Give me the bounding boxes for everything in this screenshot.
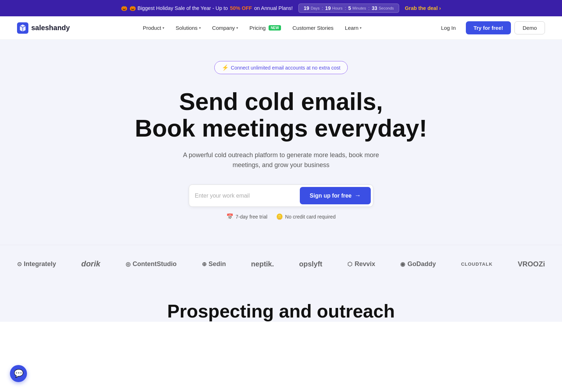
logo-neptik: neptik. <box>251 260 274 268</box>
integrately-text: Integrately <box>24 260 56 268</box>
trust-no-cc-text: No credit card required <box>285 214 336 220</box>
nav-pricing-label: Pricing <box>249 25 266 31</box>
days-value: 19 <box>304 5 309 11</box>
neptik-text: neptik. <box>251 260 274 268</box>
company-chevron-icon: ▾ <box>236 26 238 30</box>
logo-revvix: ⬡ Revvix <box>347 260 375 268</box>
grab-deal-label: Grab the deal <box>405 5 438 11</box>
logo-sedin: ⊕ Sedin <box>202 260 226 268</box>
hours-label: Hours <box>332 6 342 10</box>
nav-item-pricing[interactable]: Pricing NEW <box>244 22 286 34</box>
trust-trial-text: 7-day free trial <box>236 214 267 220</box>
banner-text: 🎃 🎃 Biggest Holiday Sale of the Year - U… <box>121 5 293 11</box>
days-label: Days <box>311 6 320 10</box>
navbar-nav: Product ▾ Solutions ▾ Company ▾ Pricing … <box>138 22 367 34</box>
logo-godaddy: ◉ GoDaddy <box>400 260 436 268</box>
trust-item-trial: 📅 7-day free trial <box>226 213 267 220</box>
nav-company-label: Company <box>212 25 235 31</box>
navbar-actions: Log In Try for free! Demo <box>435 21 545 34</box>
signup-button[interactable]: Sign up for free → <box>300 187 371 204</box>
logo-vroozi: VROOZi <box>518 260 545 268</box>
headline-line2: Book meetings everyday! <box>135 115 427 142</box>
bottom-teaser: Prospecting and outreach <box>0 283 562 322</box>
try-free-button[interactable]: Try for free! <box>466 21 511 34</box>
nav-item-solutions[interactable]: Solutions ▾ <box>171 22 206 34</box>
learn-chevron-icon: ▾ <box>360 26 362 30</box>
grab-deal-arrow: › <box>439 5 441 11</box>
navbar: saleshandy Product ▾ Solutions ▾ Company… <box>0 16 562 40</box>
login-button[interactable]: Log In <box>435 22 462 34</box>
integrately-symbol: ⊙ <box>17 261 22 267</box>
solutions-chevron-icon: ▾ <box>199 26 201 30</box>
contentstudio-text: ContentStudio <box>133 260 177 268</box>
minutes-label: Minutes <box>352 6 366 10</box>
hours-value: 19 <box>325 5 331 11</box>
top-banner: 🎃 🎃 Biggest Holiday Sale of the Year - U… <box>0 0 562 16</box>
dorik-text: dorik <box>81 259 100 269</box>
seconds-label: Seconds <box>379 6 394 10</box>
logos-section: ⊙ Integrately dorik ◎ ContentStudio ⊕ Se… <box>0 245 562 283</box>
trust-item-no-cc: 🪙 No credit card required <box>276 213 336 220</box>
opslyft-text: opslyft <box>299 260 323 268</box>
product-chevron-icon: ▾ <box>162 26 164 30</box>
contentstudio-symbol: ◎ <box>126 261 131 267</box>
seconds-value: 33 <box>372 5 378 11</box>
godaddy-text: GoDaddy <box>407 260 436 268</box>
logo-link[interactable]: saleshandy <box>17 22 70 34</box>
banner-discount: 50% OFF <box>230 5 252 11</box>
hero-badge[interactable]: ⚡ Connect unlimited email accounts at no… <box>214 61 348 74</box>
cloudtalk-text: CLOUDTALK <box>461 261 492 267</box>
bottom-teaser-heading: Prospecting and outreach <box>17 300 545 322</box>
badge-lightning-icon: ⚡ <box>222 64 229 71</box>
logo-dorik: dorik <box>81 259 100 269</box>
countdown-box: 19 Days : 19 Hours : 5 Minutes : 33 Seco… <box>298 4 399 13</box>
logo-cloudtalk: CLOUDTALK <box>461 261 492 267</box>
godaddy-symbol: ◉ <box>400 261 405 267</box>
demo-button[interactable]: Demo <box>514 21 545 34</box>
signup-arrow-icon: → <box>354 192 361 199</box>
sedin-symbol: ⊕ <box>202 261 206 267</box>
banner-message: 🎃 Biggest Holiday Sale of the Year - Up … <box>130 5 228 11</box>
nav-customer-stories-label: Customer Stories <box>292 25 334 31</box>
pricing-new-badge: NEW <box>269 25 281 31</box>
calendar-icon: 📅 <box>226 213 233 220</box>
vroozi-text: VROOZi <box>518 260 545 268</box>
revvix-text: Revvix <box>354 260 375 268</box>
trust-row: 📅 7-day free trial 🪙 No credit card requ… <box>226 213 336 220</box>
hero-subtext: A powerful cold outreach platform to gen… <box>175 150 387 171</box>
nav-item-learn[interactable]: Learn ▾ <box>340 22 367 34</box>
nav-item-product[interactable]: Product ▾ <box>138 22 169 34</box>
nav-learn-label: Learn <box>345 25 358 31</box>
sedin-text: Sedin <box>209 260 226 268</box>
grab-deal-link[interactable]: Grab the deal › <box>405 5 441 11</box>
nav-product-label: Product <box>143 25 161 31</box>
logo-contentstudio: ◎ ContentStudio <box>126 260 177 268</box>
hero-headline: Send cold emails, Book meetings everyday… <box>135 88 427 142</box>
credit-card-icon: 🪙 <box>276 213 283 220</box>
logo-text: saleshandy <box>31 24 70 32</box>
saleshandy-logo-icon <box>17 22 28 34</box>
email-input[interactable] <box>195 193 300 199</box>
minutes-value: 5 <box>348 5 351 11</box>
revvix-symbol: ⬡ <box>347 261 352 267</box>
headline-line1: Send cold emails, <box>179 88 383 115</box>
logo-opslyft: opslyft <box>299 260 323 268</box>
nav-item-company[interactable]: Company ▾ <box>207 22 243 34</box>
banner-message-after: on Annual Plans! <box>254 5 293 11</box>
signup-label: Sign up for free <box>310 193 352 199</box>
nav-solutions-label: Solutions <box>176 25 198 31</box>
logos-row: ⊙ Integrately dorik ◎ ContentStudio ⊕ Se… <box>17 259 545 269</box>
email-form: Sign up for free → <box>189 184 373 207</box>
hero-section: ⚡ Connect unlimited email accounts at no… <box>0 40 562 245</box>
banner-emoji: 🎃 <box>121 5 127 11</box>
badge-text: Connect unlimited email accounts at no e… <box>231 65 341 71</box>
nav-item-customer-stories[interactable]: Customer Stories <box>287 22 338 34</box>
logo-integrately: ⊙ Integrately <box>17 260 56 268</box>
